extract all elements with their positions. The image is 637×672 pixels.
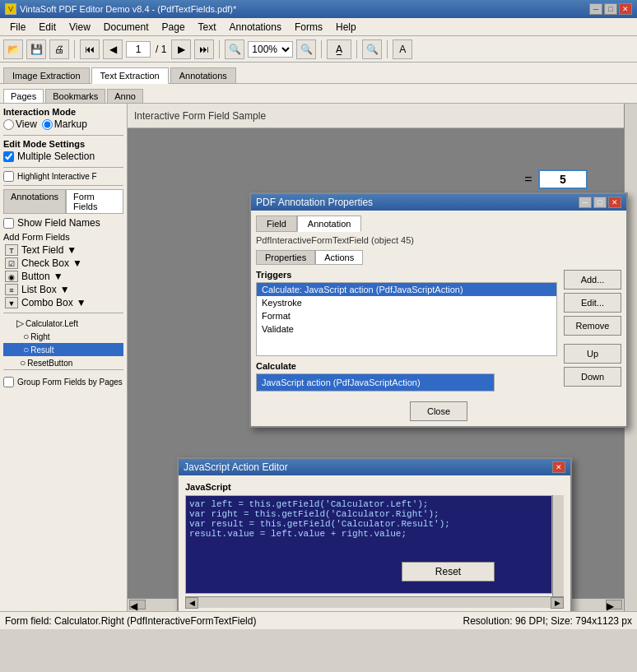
form-header: Interactive Form Field Sample — [128, 104, 624, 128]
zoom-in-button[interactable]: 🔍 — [296, 39, 316, 59]
scroll-right-btn[interactable]: ▶ — [606, 600, 622, 609]
menu-forms[interactable]: Forms — [288, 20, 329, 35]
highlight-checkbox[interactable]: Highlight Interactive F — [3, 171, 123, 182]
first-page-button[interactable]: ⏮ — [80, 39, 100, 59]
combo-box-icon: ▼ — [5, 297, 18, 308]
multiple-selection-checkbox[interactable]: Multiple Selection — [3, 151, 123, 162]
minimize-button[interactable]: ─ — [589, 3, 602, 15]
js-dialog-controls: ✕ — [552, 461, 565, 473]
add-button[interactable]: Add... — [564, 270, 621, 290]
menu-file[interactable]: File — [3, 20, 32, 35]
tab-annotations[interactable]: Annotations — [170, 67, 236, 83]
tree-item-result[interactable]: ○ Result — [3, 343, 123, 356]
next-page-button[interactable]: ▶ — [171, 39, 191, 59]
tree-expand-icon-right: ○ — [23, 331, 29, 342]
result-field[interactable]: 5 — [538, 169, 588, 189]
search-button[interactable]: 🔍 — [362, 39, 382, 59]
scroll-left-btn[interactable]: ◀ — [129, 600, 146, 609]
left-panel: Interaction Mode View Markup Edit Mode S… — [0, 104, 128, 611]
dialog-tab-field[interactable]: Field — [256, 216, 297, 232]
js-dialog-close-btn[interactable]: ✕ — [552, 461, 565, 473]
triggers-list[interactable]: Calculate: JavaScript action (PdfJavaScr… — [256, 282, 557, 356]
close-dialog-button[interactable]: Close — [410, 401, 467, 421]
prev-page-button[interactable]: ◀ — [103, 39, 123, 59]
tab-anno[interactable]: Anno — [107, 89, 143, 103]
last-page-button[interactable]: ⏭ — [194, 39, 214, 59]
text-field-item[interactable]: T Text Field ▼ — [3, 243, 123, 257]
lang-button[interactable]: A — [393, 39, 412, 59]
menu-annotations[interactable]: Annotations — [223, 20, 288, 35]
dialog-tabs: Field Annotation — [256, 216, 621, 232]
dialog-subtitle: PdfInteractiveFormTextField (object 45) — [256, 235, 621, 245]
combo-box-item[interactable]: ▼ Combo Box ▼ — [3, 296, 123, 309]
down-button[interactable]: Down — [564, 367, 621, 387]
save-button[interactable]: 💾 — [26, 39, 46, 59]
trigger-keystroke[interactable]: Keystroke — [257, 296, 556, 309]
zoom-select[interactable]: 100% 75% 50% 150% — [248, 41, 293, 58]
js-scroll-right[interactable]: ▶ — [551, 597, 564, 609]
dialog-close-btn[interactable]: ✕ — [608, 197, 621, 208]
dialog-max-btn[interactable]: □ — [593, 197, 607, 208]
top-tab-bar: Image Extraction Text Extraction Annotat… — [0, 63, 637, 84]
check-box-item[interactable]: ☑ Check Box ▼ — [3, 257, 123, 270]
annotation-properties-dialog: PDF Annotation Properties ─ □ ✕ Field An… — [249, 192, 628, 428]
button-item[interactable]: ◉ Button ▼ — [3, 270, 123, 283]
zoom-out-button[interactable]: 🔍 — [225, 39, 244, 59]
menu-page[interactable]: Page — [156, 20, 192, 35]
tree-item-calculator-left[interactable]: ▷ Calculator.Left — [3, 317, 123, 330]
menu-edit[interactable]: Edit — [32, 20, 63, 35]
show-field-names-checkbox[interactable]: Show Field Names — [3, 217, 123, 229]
trigger-format[interactable]: Format — [257, 309, 556, 322]
edit-mode-label: Edit Mode Settings — [3, 139, 123, 149]
maximize-button[interactable]: □ — [604, 3, 617, 15]
dialog-tab-annotation[interactable]: Annotation — [297, 216, 362, 232]
trigger-validate[interactable]: Validate — [257, 322, 556, 336]
open-button[interactable]: 📂 — [3, 39, 23, 59]
menu-document[interactable]: Document — [97, 20, 156, 35]
remove-button[interactable]: Remove — [564, 316, 621, 336]
tree-item-reset[interactable]: ○ ResetButton — [3, 356, 123, 369]
up-button[interactable]: Up — [564, 344, 621, 364]
dialog-inner-tab-properties[interactable]: Properties — [256, 250, 315, 265]
calculator-display: = 5 — [524, 169, 588, 189]
tab-annotations-panel[interactable]: Annotations — [3, 189, 66, 214]
js-editor-scrollbar[interactable] — [552, 495, 564, 596]
toolbar-separator-4 — [356, 40, 357, 58]
menu-text[interactable]: Text — [192, 20, 223, 35]
view-radio[interactable]: View — [3, 118, 37, 130]
menu-view[interactable]: View — [63, 20, 97, 35]
dialog-min-btn[interactable]: ─ — [579, 197, 592, 208]
close-button[interactable]: ✕ — [619, 3, 632, 15]
group-fields-checkbox[interactable]: Group Form Fields by Pages — [3, 377, 123, 387]
content-area: Interactive Form Field Sample = 5 ◀ ▶ PD… — [128, 104, 637, 611]
tab-pages[interactable]: Pages — [3, 89, 44, 103]
list-box-item[interactable]: ≡ List Box ▼ — [3, 283, 123, 296]
list-box-icon: ≡ — [5, 284, 18, 295]
tree-expand-icon-result: ○ — [23, 344, 29, 355]
js-scroll-left[interactable]: ◀ — [185, 597, 198, 609]
js-horizontal-scrollbar[interactable]: ◀ ▶ — [185, 596, 564, 608]
dialog-inner-tab-actions[interactable]: Actions — [315, 250, 363, 265]
reset-button[interactable]: Reset — [402, 562, 495, 582]
tab-text-extraction[interactable]: Text Extraction — [91, 67, 169, 84]
toolbar-separator-1 — [74, 40, 75, 58]
form-sample-title: Interactive Form Field Sample — [134, 110, 266, 122]
menu-help[interactable]: Help — [329, 20, 363, 35]
check-box-icon: ☑ — [5, 257, 18, 269]
edit-button[interactable]: Edit... — [564, 293, 621, 313]
markup-radio[interactable]: Markup — [42, 118, 87, 130]
trigger-calculate[interactable]: Calculate: JavaScript action (PdfJavaScr… — [257, 283, 556, 296]
tab-form-fields-panel[interactable]: Form Fields — [66, 189, 123, 214]
tab-bookmarks[interactable]: Bookmarks — [45, 89, 105, 103]
calculate-action-container: JavaScript action (PdfJavaScriptAction) — [256, 373, 557, 392]
calculate-action[interactable]: JavaScript action (PdfJavaScriptAction) — [256, 373, 495, 392]
interaction-mode-radios: View Markup — [3, 118, 123, 130]
tree-label-calculator: Calculator.Left — [26, 319, 78, 328]
tree-item-right[interactable]: ○ Right — [3, 330, 123, 343]
text-field-arrow: ▼ — [67, 244, 77, 256]
print-button[interactable]: 🖨 — [49, 39, 69, 59]
up-down-buttons: Up Down — [564, 344, 621, 387]
page-number-input[interactable] — [126, 41, 151, 58]
text-tool-button[interactable]: A̲ — [327, 39, 351, 59]
tab-image-extraction[interactable]: Image Extraction — [3, 67, 90, 83]
